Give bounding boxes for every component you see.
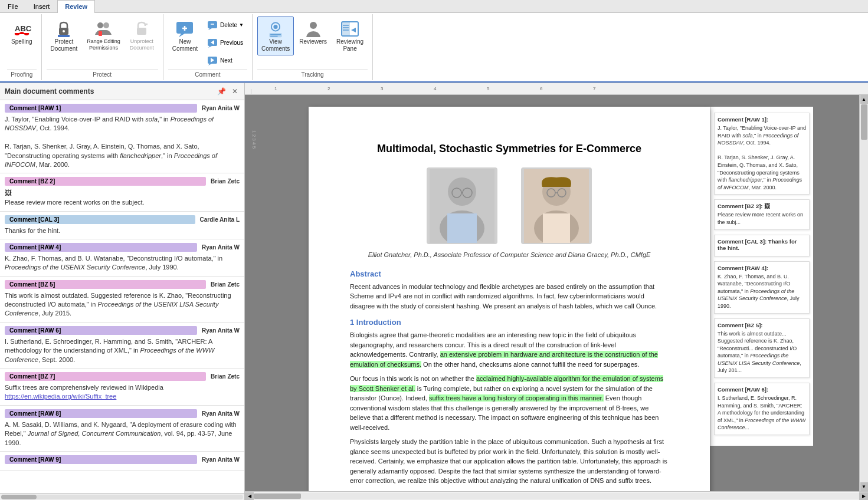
side-comment-body-bz5: This work is almost outdate... Suggested… [718,330,806,375]
side-comment-raw6: Comment [RAW 6]: I. Sutherland, E. Schro… [714,383,810,435]
new-comment-button[interactable]: NewComment [168,17,202,55]
hscroll-right-btn[interactable]: ▶ [859,492,868,500]
side-comment-bz2: Comment [BZ 2]: 🖼 Please review more rec… [714,199,810,229]
spelling-label: Spelling [11,38,32,45]
side-comment-body-raw1: J. Taylor, "Enabling Voice-over-IP and R… [718,124,806,191]
hscroll-thumb[interactable] [254,494,301,499]
comment-author-raw8: Ryan Anita W [197,410,240,417]
unprotect-document-label: UnprotectDocument [130,38,154,51]
comment-item-raw4[interactable]: Comment [RAW 4] Ryan Anita W K. Zhao, F.… [0,239,244,277]
scroll-thumb[interactable] [861,104,867,140]
comment-header-raw6: Comment [RAW 6] Ryan Anita W [5,326,240,335]
next-comment-button[interactable]: Next [203,52,247,68]
previous-comment-button[interactable]: Previous [203,34,247,51]
ribbon-tab-bar: File Insert Review [0,0,868,13]
scroll-down-btn[interactable]: ▼ [860,482,868,491]
document-authors-images [350,167,669,244]
reviewing-pane-icon [340,19,359,38]
comments-list[interactable]: Comment [RAW 1] Ryan Anita W J. Taylor, … [0,100,244,493]
svg-point-26 [310,22,317,29]
svg-rect-48 [447,213,477,243]
delete-comment-icon [207,19,218,31]
document-scroll[interactable]: Multimodal, Stochastic Symmetries for E-… [263,95,859,491]
document-page: Multimodal, Stochastic Symmetries for E-… [309,107,710,491]
intro-title: 1 Introduction [350,318,669,327]
comment-item-raw9[interactable]: Comment [RAW 9] Ryan Anita W [0,452,244,471]
comment-item-bz2[interactable]: Comment [BZ 2] Brian Zetc 🖼 Please revie… [0,173,244,211]
tab-insert[interactable]: Insert [26,0,58,12]
range-editing-button[interactable]: Range EditingPermissions [83,17,125,54]
comment-id-raw9: Comment [RAW 9] [5,455,197,464]
document-container: Multimodal, Stochastic Symmetries for E-… [309,107,813,479]
side-comment-title-bz5: Comment [BZ 5]: [718,322,806,328]
comment-body-raw4: K. Zhao, F. Thomas, and B. U. Watanabe, … [5,254,240,272]
svg-text:5: 5 [487,86,490,91]
side-comment-title-raw6: Comment [RAW 6]: [718,386,806,393]
side-comment-body-raw6: I. Sutherland, E. Schroedinger, R. Hammi… [718,394,806,432]
intro-body-4: This work presents three advances above … [350,491,669,491]
delete-label: Delete [220,22,237,28]
comment-author-raw4: Ryan Anita W [197,244,240,251]
comment-item-cal3[interactable]: Comment [CAL 3] Cardle Anita L Thanks fo… [0,212,244,239]
comment-header-raw8: Comment [RAW 8] Ryan Anita W [5,409,240,418]
delete-comment-button[interactable]: Delete ▼ [203,17,247,33]
wikipedia-link[interactable]: https://en.wikipedia.org/wiki/Suffix_tre… [5,393,116,400]
comment-author-bz5: Brian Zetc [206,281,240,288]
doc-hscrollbar[interactable]: ◀ ▶ [245,491,868,500]
comment-body-raw8: A. M. Sasaki, D. Williams, and K. Nygaar… [5,420,240,448]
side-comment-raw4: Comment [RAW 4]: K. Zhao, F. Thomas, and… [714,261,810,314]
document-area: 1 2 3 4 5 6 7 1 2 3 4 5 M [245,83,868,500]
svg-rect-28 [342,22,350,36]
vscrollbar[interactable]: ▲ ▼ [859,95,868,491]
reviewers-button[interactable]: Reviewers [295,17,331,48]
abstract-title: Abstract [350,269,669,278]
comment-header-bz7: Comment [BZ 7] Brian Zetc [5,372,240,381]
unprotect-document-button[interactable]: UnprotectDocument [126,17,158,54]
comment-body-raw1: J. Taylor, "Enabling Voice-over-IP and R… [5,115,240,169]
panel-pin-button[interactable]: 📌 [215,87,228,96]
reviewing-pane-label: ReviewingPane [336,38,363,52]
comment-id-raw4: Comment [RAW 4] [5,243,197,252]
comment-item-raw6[interactable]: Comment [RAW 6] Ryan Anita W I. Sutherla… [0,323,244,369]
margin-numbers: 1 2 3 4 5 [251,130,257,149]
panel-close-button[interactable]: ✕ [230,87,240,96]
left-margin: 1 2 3 4 5 [245,95,263,491]
side-comments-panel: Comment [RAW 1]: J. Taylor, "Enabling Vo… [710,107,813,446]
svg-rect-55 [543,213,570,243]
view-comments-label: ViewComments [261,38,290,52]
reviewing-pane-button[interactable]: ReviewingPane [332,17,368,55]
doc-scroll-area[interactable]: 1 2 3 4 5 Multimodal, Stochastic Symmetr… [245,95,868,491]
hscroll-left-btn[interactable]: ◀ [245,492,254,500]
hscroll-track [254,493,859,499]
author-caption: Elliot Gnatcher, Ph.D., Associate Profes… [350,250,669,260]
new-comment-icon [175,19,194,38]
comment-id-raw1: Comment [RAW 1] [5,104,197,113]
comments-panel-title: Main document comments [5,87,94,96]
delete-dropdown-icon: ▼ [239,22,244,28]
comment-id-raw8: Comment [RAW 8] [5,409,197,418]
svg-text:3: 3 [381,86,384,91]
comment-id-bz7: Comment [BZ 7] [5,372,206,381]
tab-review[interactable]: Review [57,0,95,13]
reviewers-icon [304,19,323,38]
comment-item-raw1[interactable]: Comment [RAW 1] Ryan Anita W J. Taylor, … [0,100,244,173]
ribbon: File Insert Review ABC Spelling Pro [0,0,868,83]
view-comments-button[interactable]: ViewComments [257,17,294,55]
svg-text:4: 4 [434,86,437,91]
comment-item-bz7[interactable]: Comment [BZ 7] Brian Zetc Suffix trees a… [0,369,244,406]
tab-file[interactable]: File [0,0,26,12]
side-comment-cal3: Comment [CAL 3]: Thanks for the hint. [714,235,810,256]
comment-item-raw8[interactable]: Comment [RAW 8] Ryan Anita W A. M. Sasak… [0,406,244,452]
proofing-group: ABC Spelling Proofing [2,14,42,80]
protect-document-button[interactable]: ProtectDocument [47,17,82,55]
scroll-up-btn[interactable]: ▲ [860,95,868,104]
comments-hscrollbar[interactable] [0,493,244,500]
comment-item-bz5[interactable]: Comment [BZ 5] Brian Zetc This work is a… [0,277,244,323]
svg-point-4 [97,22,103,28]
spelling-button[interactable]: ABC Spelling [7,17,37,48]
previous-label: Previous [220,40,243,46]
side-comment-title-raw4: Comment [RAW 4]: [718,265,806,271]
tracking-group-label: Tracking [257,70,368,78]
panel-controls: 📌 ✕ [215,87,240,96]
new-comment-label: NewComment [172,38,198,52]
